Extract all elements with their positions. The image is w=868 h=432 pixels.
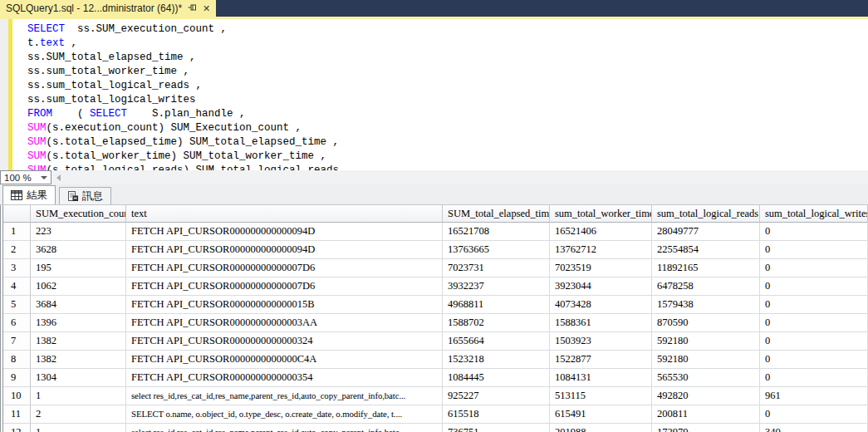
grid-cell[interactable]: 22554854	[652, 241, 760, 259]
grid-cell[interactable]: 3932237	[443, 277, 550, 296]
grid-cell[interactable]: 513115	[550, 387, 652, 405]
grid-cell[interactable]: select res_id,res_cat_id,res_name,parent…	[126, 387, 443, 405]
grid-cell[interactable]: 592180	[652, 351, 760, 369]
grid-cell[interactable]: 1396	[31, 314, 126, 332]
grid-cell[interactable]: 1503923	[550, 332, 652, 351]
grid-cell[interactable]: FETCH API_CURSOR00000000000003AA	[126, 314, 443, 332]
grid-cell[interactable]: FETCH API_CURSOR00000000000007D6	[126, 277, 443, 296]
tab-results[interactable]: 結果	[2, 185, 56, 204]
grid-cell[interactable]: 3684	[31, 296, 126, 314]
grid-cell[interactable]: 0	[760, 296, 868, 314]
grid-cell[interactable]: 1522877	[550, 351, 652, 369]
grid-cell[interactable]: 0	[760, 241, 868, 259]
grid-cell[interactable]: 4968811	[443, 296, 550, 314]
grid-cell[interactable]: 200811	[652, 405, 760, 424]
grid-cell[interactable]: 16521708	[443, 223, 550, 241]
grid-cell[interactable]: 1523218	[443, 351, 550, 369]
column-header[interactable]: sum_total_logical_reads	[652, 205, 760, 223]
grid-cell[interactable]: 870590	[652, 314, 760, 332]
row-number-cell[interactable]: 3	[3, 259, 31, 277]
grid-cell[interactable]: 2	[31, 405, 126, 424]
row-number-cell[interactable]: 12	[3, 424, 31, 432]
grid-cell[interactable]: 615518	[443, 405, 550, 424]
row-number-cell[interactable]: 1	[3, 223, 31, 241]
grid-cell[interactable]: 223	[31, 223, 126, 241]
grid-cell[interactable]: 1579438	[652, 296, 760, 314]
editor-horizontal-scrollbar[interactable]	[51, 170, 868, 184]
column-header[interactable]: sum_total_worker_time	[550, 205, 652, 223]
grid-cell[interactable]: 1084445	[443, 369, 550, 387]
column-header[interactable]: text	[126, 205, 443, 223]
grid-cell[interactable]: 1	[31, 387, 126, 405]
grid-cell[interactable]: 7023731	[443, 259, 550, 277]
scroll-left-arrow-icon[interactable]	[56, 174, 61, 181]
grid-cell[interactable]: FETCH API_CURSOR0000000000000354	[126, 369, 443, 387]
row-number-cell[interactable]: 5	[3, 296, 31, 314]
grid-cell[interactable]: FETCH API_CURSOR0000000000000C4A	[126, 351, 443, 369]
grid-cell[interactable]: select res_id,res_cat_id,res_name,parent…	[126, 424, 443, 432]
grid-cell[interactable]: 736751	[443, 424, 550, 432]
grid-cell[interactable]: 565530	[652, 369, 760, 387]
grid-corner-cell[interactable]	[3, 205, 31, 223]
grid-cell[interactable]: 492820	[652, 387, 760, 405]
grid-cell[interactable]: 1588361	[550, 314, 652, 332]
grid-cell[interactable]: 13763665	[443, 241, 550, 259]
grid-cell[interactable]: 1382	[31, 351, 126, 369]
grid-cell[interactable]: 1	[31, 424, 126, 432]
grid-cell[interactable]: 0	[760, 405, 868, 424]
grid-cell[interactable]: 13762712	[550, 241, 652, 259]
grid-cell[interactable]: 0	[760, 277, 868, 296]
grid-cell[interactable]: 11892165	[652, 259, 760, 277]
row-number-cell[interactable]: 6	[3, 314, 31, 332]
grid-cell[interactable]: FETCH API_CURSOR00000000000007D6	[126, 259, 443, 277]
column-header[interactable]: SUM_total_elapsed_time	[443, 205, 550, 223]
grid-cell[interactable]: 3923044	[550, 277, 652, 296]
column-header[interactable]: sum_total_logical_writes	[760, 205, 868, 223]
row-number-cell[interactable]: 4	[3, 277, 31, 296]
tab-messages[interactable]: 訊息	[59, 187, 111, 204]
grid-cell[interactable]: FETCH API_CURSOR000000000000094D	[126, 223, 443, 241]
row-number-cell[interactable]: 7	[3, 332, 31, 351]
grid-cell[interactable]: 961	[760, 387, 868, 405]
grid-cell[interactable]: 0	[760, 314, 868, 332]
grid-cell[interactable]: SELECT o.name, o.object_id, o.type_desc,…	[126, 405, 443, 424]
grid-cell[interactable]: 1084131	[550, 369, 652, 387]
grid-cell[interactable]: 1655664	[443, 332, 550, 351]
grid-cell[interactable]: 0	[760, 223, 868, 241]
pin-icon[interactable]	[188, 2, 197, 14]
grid-cell[interactable]: 1304	[31, 369, 126, 387]
editor-zoom-dropdown[interactable]: 100 %	[0, 170, 51, 184]
grid-cell[interactable]: 4073428	[550, 296, 652, 314]
grid-cell[interactable]: FETCH API_CURSOR0000000000000324	[126, 332, 443, 351]
grid-cell[interactable]: 615491	[550, 405, 652, 424]
row-number-cell[interactable]: 10	[3, 387, 31, 405]
sql-editor[interactable]: SELECT ss.SUM_execution_count ,t.text ,s…	[0, 19, 868, 170]
document-tab[interactable]: SQLQuery1.sql - 12...dministrator (64))*…	[0, 0, 216, 17]
grid-cell[interactable]: 7023519	[550, 259, 652, 277]
grid-cell[interactable]: 1062	[31, 277, 126, 296]
code-area[interactable]: SELECT ss.SUM_execution_count ,t.text ,s…	[27, 22, 868, 170]
grid-cell[interactable]: 16521406	[550, 223, 652, 241]
grid-cell[interactable]: 925227	[443, 387, 550, 405]
column-header[interactable]: SUM_execution_count	[31, 205, 126, 223]
grid-cell[interactable]: 0	[760, 259, 868, 277]
grid-cell[interactable]: 1382	[31, 332, 126, 351]
grid-cell[interactable]: 1588702	[443, 314, 550, 332]
row-number-cell[interactable]: 9	[3, 369, 31, 387]
row-number-cell[interactable]: 11	[3, 405, 31, 424]
close-icon[interactable]: ✕	[203, 4, 210, 13]
grid-cell[interactable]: 201988	[550, 424, 652, 432]
grid-cell[interactable]: 0	[760, 369, 868, 387]
grid-cell[interactable]: 195	[31, 259, 126, 277]
grid-cell[interactable]: 592180	[652, 332, 760, 351]
grid-cell[interactable]: 28049777	[652, 223, 760, 241]
grid-cell[interactable]: 340	[760, 424, 868, 432]
grid-cell[interactable]: 0	[760, 351, 868, 369]
grid-cell[interactable]: 172979	[652, 424, 760, 432]
row-number-cell[interactable]: 2	[3, 241, 31, 259]
grid-body[interactable]: SUM_execution_counttextSUM_total_elapsed…	[3, 205, 868, 432]
grid-cell[interactable]: FETCH API_CURSOR000000000000015B	[126, 296, 443, 314]
grid-cell[interactable]: FETCH API_CURSOR000000000000094D	[126, 241, 443, 259]
row-number-cell[interactable]: 8	[3, 351, 31, 369]
grid-cell[interactable]: 3628	[31, 241, 126, 259]
